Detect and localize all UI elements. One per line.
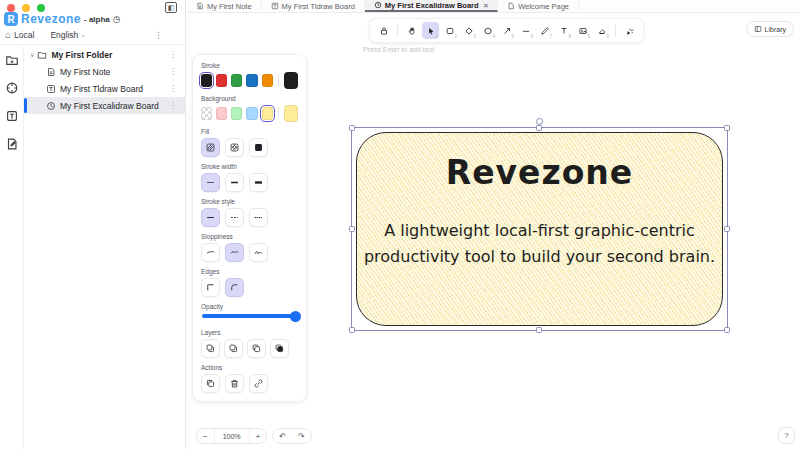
add-excalidraw-board-button[interactable] <box>5 81 19 95</box>
stroke-style-dotted-button[interactable] <box>249 208 268 227</box>
sloppiness-cartoonist-button[interactable] <box>249 243 268 262</box>
sloppiness-architect-button[interactable] <box>201 243 220 262</box>
window-minimize-button[interactable] <box>22 4 30 12</box>
resize-handle-w[interactable] <box>349 226 355 232</box>
zoom-in-button[interactable]: + <box>250 429 267 443</box>
zoom-out-button[interactable]: − <box>197 429 214 443</box>
tab-welcome-page[interactable]: Welcome Page <box>498 0 579 12</box>
language-select[interactable]: English ⌄ <box>50 30 86 40</box>
library-button[interactable]: Library <box>746 21 794 37</box>
window-close-button[interactable] <box>7 4 15 12</box>
tree-item-excalidraw[interactable]: .tree-row.selected::before{background:#1… <box>24 97 185 114</box>
architect-icon <box>205 247 216 258</box>
stroke-style-solid-button[interactable] <box>201 208 220 227</box>
window-zoom-button[interactable] <box>37 4 45 12</box>
stroke-color-green[interactable] <box>231 74 242 87</box>
resize-handle-se[interactable] <box>724 327 730 333</box>
background-color-green[interactable] <box>231 107 242 120</box>
current-stroke-color[interactable] <box>284 72 298 89</box>
rotate-handle[interactable] <box>536 118 543 125</box>
excalidraw-icon <box>374 1 382 9</box>
background-color-yellow[interactable] <box>262 107 273 120</box>
folder-menu-icon[interactable]: ⋮ <box>169 50 177 59</box>
stroke-color-blue[interactable] <box>246 74 257 87</box>
create-link-button[interactable] <box>249 374 268 393</box>
background-color-pink[interactable] <box>216 107 227 120</box>
tree-item-note[interactable]: My First Note ⋮ <box>24 63 185 80</box>
ellipse-tool-button[interactable]: 4 <box>479 22 496 39</box>
resize-handle-ne[interactable] <box>724 125 730 131</box>
undo-button[interactable]: ↶ <box>273 429 292 443</box>
stroke-width-thin-button[interactable] <box>201 173 220 192</box>
image-tool-button[interactable]: 9 <box>574 22 591 39</box>
shape-description-text[interactable]: A lightweight local-first graphic-centri… <box>363 218 716 269</box>
item-menu-icon[interactable]: ⋮ <box>169 67 177 76</box>
item-menu-icon[interactable]: ⋮ <box>169 101 177 110</box>
text-tool-button[interactable]: 8 <box>555 22 572 39</box>
tab-my-first-note[interactable]: My First Note <box>187 0 262 12</box>
history-controls: ↶ ↷ <box>272 428 311 444</box>
fill-solid-button[interactable] <box>249 138 268 157</box>
edges-sharp-button[interactable] <box>201 278 220 297</box>
bring-to-front-button[interactable] <box>270 339 289 358</box>
tree-folder-row[interactable]: ∨ My First Folder ⋮ <box>24 46 185 63</box>
rectangle-tool-button[interactable]: 2 <box>441 22 458 39</box>
add-folder-button[interactable] <box>5 53 19 67</box>
resize-handle-s[interactable] <box>536 327 542 333</box>
send-to-back-button[interactable] <box>201 339 220 358</box>
stroke-color-black[interactable] <box>201 74 212 87</box>
stroke-width-extrabold-button[interactable] <box>249 173 268 192</box>
arrow-icon <box>502 26 512 36</box>
hand-tool-button[interactable] <box>403 22 420 39</box>
resize-handle-nw[interactable] <box>349 125 355 131</box>
excalidraw-canvas[interactable]: 1 2 3 4 5 6 7 <box>187 13 800 449</box>
opacity-slider-knob[interactable] <box>290 311 301 322</box>
edges-section: Edges <box>201 268 298 297</box>
resize-handle-sw[interactable] <box>349 327 355 333</box>
close-tab-icon[interactable]: × <box>484 1 489 10</box>
background-color-blue[interactable] <box>246 107 257 120</box>
line-tool-button[interactable]: 6 <box>517 22 534 39</box>
arrow-tool-button[interactable]: 5 <box>498 22 515 39</box>
eraser-tool-button[interactable]: 0 <box>593 22 610 39</box>
stroke-color-orange[interactable] <box>262 74 273 87</box>
sidebar-menu-icon[interactable]: ⋮ <box>154 30 163 40</box>
help-button[interactable]: ? <box>778 427 795 444</box>
laser-pointer-tool-button[interactable] <box>621 22 638 39</box>
opacity-slider[interactable] <box>202 314 297 318</box>
delete-button[interactable] <box>225 374 244 393</box>
zoom-level[interactable]: 100% <box>214 429 250 443</box>
diamond-tool-button[interactable]: 3 <box>460 22 477 39</box>
current-background-color[interactable] <box>284 105 298 122</box>
fill-hachure-button[interactable] <box>201 138 220 157</box>
background-section: Background <box>201 95 298 122</box>
sidebar-rail <box>0 46 24 449</box>
fill-cross-hatch-button[interactable] <box>225 138 244 157</box>
selection-tool-button[interactable]: 1 <box>422 22 439 39</box>
lock-tool-button[interactable] <box>375 22 392 39</box>
edges-round-button[interactable] <box>225 278 244 297</box>
duplicate-button[interactable] <box>201 374 220 393</box>
stroke-style-dashed-button[interactable] <box>225 208 244 227</box>
tab-my-first-tldraw-board[interactable]: My First Tldraw Board <box>262 0 365 12</box>
add-tldraw-board-button[interactable] <box>5 109 19 123</box>
bring-forward-button[interactable] <box>247 339 266 358</box>
redo-button[interactable]: ↷ <box>292 429 311 443</box>
collapse-sidebar-icon[interactable]: ◧ <box>165 2 177 13</box>
folder-label: My First Folder <box>51 50 112 60</box>
background-color-transparent[interactable] <box>201 107 212 120</box>
tree-item-tldraw[interactable]: My First Tldraw Board ⋮ <box>24 80 185 97</box>
stroke-width-bold-button[interactable] <box>225 173 244 192</box>
tab-my-first-excalidraw-board[interactable]: My First Excalidraw Board × <box>365 0 498 12</box>
folder-expand-icon[interactable]: ∨ <box>30 51 34 58</box>
resize-handle-n[interactable] <box>536 125 542 131</box>
draw-tool-button[interactable]: 7 <box>536 22 553 39</box>
send-backward-button[interactable] <box>224 339 243 358</box>
stroke-color-red[interactable] <box>216 74 227 87</box>
item-menu-icon[interactable]: ⋮ <box>169 84 177 93</box>
add-note-button[interactable] <box>5 137 19 151</box>
sloppiness-artist-button[interactable] <box>225 243 244 262</box>
shape-title-text[interactable]: Revezone <box>356 153 723 192</box>
app-name: Revezone <box>7 12 81 26</box>
resize-handle-e[interactable] <box>724 226 730 232</box>
